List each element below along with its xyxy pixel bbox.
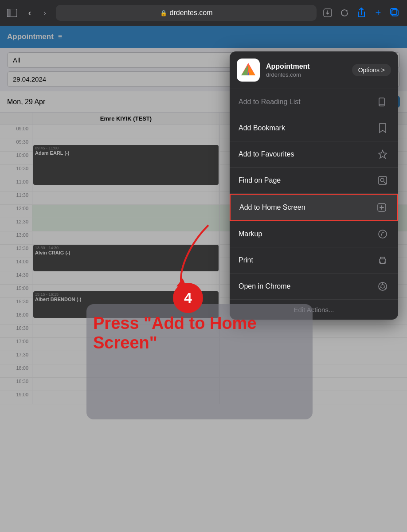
share-item-favourites[interactable]: Add to Favourites	[230, 141, 398, 168]
share-app-url: drdentes.com	[266, 71, 310, 78]
svg-point-17	[381, 285, 384, 288]
step-number-bubble: 4	[173, 283, 203, 313]
back-button[interactable]: ‹	[23, 6, 36, 20]
share-item-open-chrome[interactable]: Open in Chrome	[230, 274, 398, 299]
markup-icon	[376, 227, 389, 241]
share-item-find-on-page-label: Find on Page	[239, 176, 376, 184]
share-options-button[interactable]: Options >	[352, 64, 391, 76]
share-item-bookmark[interactable]: Add Bookmark	[230, 115, 398, 141]
new-tab-button[interactable]: +	[372, 6, 385, 20]
url-text: drdentes.com	[170, 9, 213, 17]
share-item-print-label: Print	[239, 256, 376, 264]
share-options-label: Options >	[358, 66, 385, 74]
share-item-favourites-label: Add to Favourites	[239, 150, 376, 158]
share-app-info: Appointment drdentes.com	[266, 63, 310, 78]
lock-icon: 🔒	[160, 10, 167, 16]
svg-rect-9	[379, 98, 384, 106]
share-app-name: Appointment	[266, 63, 310, 70]
share-item-bookmark-label: Add Bookmark	[239, 124, 376, 132]
step-number: 4	[184, 290, 192, 306]
share-item-reading-list-label: Add to Reading List	[239, 98, 376, 106]
svg-point-12	[380, 178, 384, 182]
share-item-add-to-home-screen[interactable]: Add to Home Screen	[230, 194, 398, 221]
share-item-markup-label: Markup	[239, 230, 376, 238]
share-item-find-on-page[interactable]: Find on Page	[230, 168, 398, 194]
share-item-reading-list[interactable]: Add to Reading List	[230, 89, 398, 115]
share-button[interactable]	[355, 6, 368, 20]
svg-rect-1	[7, 9, 11, 17]
content-area: Appointment ≡ All ▼ 29.04.2024 Mon, 29 A…	[0, 26, 407, 532]
print-icon	[376, 254, 389, 267]
chrome-icon	[376, 280, 389, 293]
share-item-add-to-home-screen-label: Add to Home Screen	[239, 203, 375, 211]
browser-chrome: ‹ › 🔒 drdentes.com +	[0, 0, 407, 26]
nav-buttons: ‹ ›	[23, 6, 51, 20]
press-instruction-text: Press "Add to Home Screen"	[93, 314, 310, 352]
airdrop-icon[interactable]	[321, 6, 334, 20]
find-on-page-icon	[376, 174, 389, 187]
favourites-icon	[376, 148, 389, 161]
url-bar[interactable]: 🔒 drdentes.com	[56, 5, 317, 21]
svg-rect-3	[392, 10, 398, 16]
share-menu-items: Add to Reading List Add Bookmark	[230, 89, 398, 299]
share-item-open-chrome-label: Open in Chrome	[239, 282, 376, 290]
refresh-icon[interactable]	[338, 6, 351, 20]
reading-list-icon	[376, 95, 389, 109]
share-menu: Appointment drdentes.com Options > Add t…	[230, 51, 398, 320]
bookmark-icon	[376, 121, 389, 135]
add-to-home-screen-icon	[375, 201, 388, 214]
share-item-markup[interactable]: Markup	[230, 221, 398, 247]
forward-button[interactable]: ›	[38, 6, 51, 20]
tabs-button[interactable]	[388, 6, 402, 20]
share-item-print[interactable]: Print	[230, 247, 398, 274]
share-menu-header: Appointment drdentes.com Options >	[230, 51, 398, 89]
press-instruction-content: Press "Add to Home Screen"	[93, 314, 257, 352]
sidebar-button[interactable]	[5, 6, 19, 20]
svg-marker-10	[379, 150, 387, 158]
share-app-icon	[237, 59, 260, 82]
browser-right-buttons: +	[321, 6, 402, 20]
svg-point-14	[379, 230, 387, 238]
